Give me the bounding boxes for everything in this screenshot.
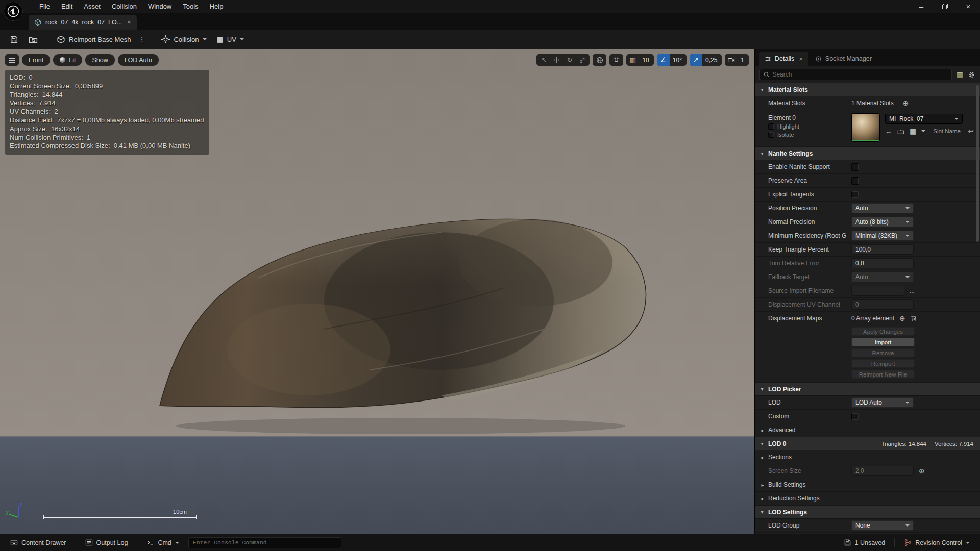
coordinate-system-icon[interactable]	[593, 54, 606, 66]
menu-file[interactable]: File	[34, 0, 56, 13]
source-import-filename-field[interactable]	[851, 286, 904, 296]
category-nanite-settings[interactable]: ▾ Nanite Settings	[755, 147, 980, 160]
menu-collision[interactable]: Collision	[106, 0, 142, 13]
move-tool-icon[interactable]	[550, 54, 563, 66]
unsaved-assets-button[interactable]: 1 Unsaved	[839, 539, 891, 546]
save-button[interactable]	[5, 32, 23, 47]
lod-auto-button[interactable]: LOD Auto	[118, 54, 159, 66]
content-drawer-button[interactable]: Content Drawer	[5, 534, 71, 551]
menu-tools[interactable]: Tools	[177, 0, 204, 13]
surface-snapping-icon[interactable]	[609, 54, 623, 66]
lit-mode-button[interactable]: Lit	[53, 54, 82, 66]
viewport-options-button[interactable]	[5, 54, 19, 66]
revision-control-button[interactable]: Revision Control	[899, 539, 975, 546]
rotation-snap-control[interactable]: ∠ 10°	[657, 54, 687, 66]
material-options-icon[interactable]: ▦	[910, 127, 916, 135]
slot-name-field[interactable]: Slot Name	[933, 128, 961, 134]
grid-snap-value[interactable]: 10	[639, 57, 653, 64]
fallback-target-dropdown[interactable]: Auto	[851, 272, 914, 282]
trim-relative-error-field[interactable]: 0,0	[851, 258, 914, 268]
menu-asset[interactable]: Asset	[78, 0, 106, 13]
rotate-tool-icon[interactable]: ↻	[563, 54, 576, 66]
screen-size-field[interactable]: 2,0	[851, 466, 914, 476]
scale-tool-icon[interactable]	[576, 54, 589, 66]
uv-menu-button[interactable]: ▦ UV	[212, 32, 249, 47]
close-button[interactable]: ×	[957, 0, 980, 13]
add-screen-size-icon[interactable]: ⊕	[919, 467, 925, 475]
lod-group-dropdown[interactable]: None	[851, 520, 914, 531]
reimport-options-icon[interactable]: ⋮	[136, 36, 147, 43]
custom-checkbox[interactable]	[851, 413, 859, 420]
settings-gear-icon[interactable]	[968, 71, 975, 79]
search-box[interactable]	[760, 69, 952, 80]
browse-to-material-icon[interactable]	[897, 128, 904, 135]
display-filter-icon[interactable]: ▥	[957, 70, 963, 79]
rock-mesh[interactable]	[156, 202, 653, 436]
show-menu-button[interactable]: Show	[85, 54, 114, 66]
reset-to-default-icon[interactable]: ↩	[968, 127, 974, 135]
use-selected-asset-icon[interactable]: ←	[885, 127, 892, 135]
reimport-button[interactable]: Reimport	[851, 359, 915, 368]
tab-details[interactable]: Details ×	[759, 52, 808, 66]
browse-to-asset-button[interactable]	[24, 32, 42, 47]
preserve-area-checkbox[interactable]	[851, 177, 859, 185]
cmd-selector-button[interactable]: Cmd	[141, 534, 184, 551]
console-command-box[interactable]	[188, 537, 341, 548]
minimum-residency-dropdown[interactable]: Minimal (32KB)	[851, 231, 914, 241]
import-button[interactable]: Import	[851, 338, 915, 346]
material-asset-picker[interactable]: MI_Rock_07	[885, 114, 963, 124]
expander-build-settings[interactable]: ▸ Build Settings	[755, 478, 980, 492]
category-lod-picker[interactable]: ▾ LOD Picker	[755, 383, 980, 396]
details-scrollbar[interactable]	[976, 85, 979, 242]
category-material-slots[interactable]: ▾ Material Slots	[755, 83, 980, 96]
remove-button[interactable]: Remove	[851, 348, 915, 357]
expander-reduction-settings[interactable]: ▸ Reduction Settings	[755, 492, 980, 506]
clear-array-icon[interactable]	[911, 315, 917, 322]
menu-window[interactable]: Window	[142, 0, 177, 13]
select-tool-icon[interactable]: ↖	[537, 54, 550, 66]
details-tab-close-icon[interactable]: ×	[799, 55, 803, 63]
highlight-checkbox[interactable]	[768, 123, 774, 130]
reimport-base-mesh-button[interactable]: Reimport Base Mesh	[52, 32, 135, 47]
console-command-input[interactable]	[193, 539, 337, 546]
category-lod0[interactable]: ▾ LOD 0 Triangles: 14.844 Vertices: 7.91…	[755, 437, 980, 450]
expander-sections[interactable]: ▸ Sections	[755, 450, 980, 464]
camera-speed-control[interactable]: 1	[725, 54, 749, 66]
scale-snap-value[interactable]: 0,25	[702, 57, 722, 64]
view-mode-button[interactable]: Front	[22, 54, 50, 66]
isolate-checkbox[interactable]	[768, 132, 774, 138]
minimize-button[interactable]: –	[910, 0, 933, 13]
keep-triangle-percent-field[interactable]: 100,0	[851, 244, 914, 255]
camera-speed-value[interactable]: 1	[738, 57, 749, 64]
restore-button[interactable]	[933, 0, 957, 13]
reimport-new-file-button[interactable]: Reimport New File	[851, 370, 915, 379]
material-thumbnail[interactable]	[851, 113, 880, 142]
tab-socket-manager[interactable]: Socket Manager	[810, 52, 877, 66]
browse-file-button[interactable]: ...	[910, 287, 915, 294]
add-array-element-icon[interactable]: ⊕	[899, 314, 905, 322]
rotation-snap-icon[interactable]: ∠	[657, 54, 670, 66]
position-precision-dropdown[interactable]: Auto	[851, 203, 914, 213]
explicit-tangents-checkbox[interactable]	[851, 191, 859, 198]
enable-nanite-checkbox[interactable]	[851, 163, 859, 171]
grid-snap-control[interactable]: ▦ 10	[626, 54, 653, 66]
lod-dropdown[interactable]: LOD Auto	[851, 397, 914, 408]
viewport-3d[interactable]: Front Lit Show LOD Auto ↖ ↻	[0, 49, 754, 534]
unreal-logo-icon[interactable]	[4, 2, 23, 21]
normal-precision-dropdown[interactable]: Auto (8 bits)	[851, 217, 914, 227]
scale-snap-control[interactable]: ↗ 0,25	[690, 54, 722, 66]
tab-close-icon[interactable]: ×	[127, 18, 131, 26]
category-lod-settings[interactable]: ▾ LOD Settings	[755, 506, 980, 519]
displacement-uv-channel-field[interactable]: 0	[851, 299, 914, 310]
apply-changes-button[interactable]: Apply Changes	[851, 327, 915, 336]
asset-tab[interactable]: rock_07_4k_rock_07_LO... ×	[29, 15, 137, 30]
rotation-snap-value[interactable]: 10°	[670, 57, 687, 64]
camera-icon[interactable]	[725, 54, 738, 66]
menu-edit[interactable]: Edit	[56, 0, 78, 13]
add-material-slot-icon[interactable]: ⊕	[903, 99, 909, 107]
collision-menu-button[interactable]: Collision	[157, 32, 211, 47]
search-input[interactable]	[772, 71, 947, 78]
expander-advanced[interactable]: ▸ Advanced	[755, 423, 980, 437]
menu-help[interactable]: Help	[204, 0, 229, 13]
scale-snap-icon[interactable]: ↗	[690, 54, 702, 66]
